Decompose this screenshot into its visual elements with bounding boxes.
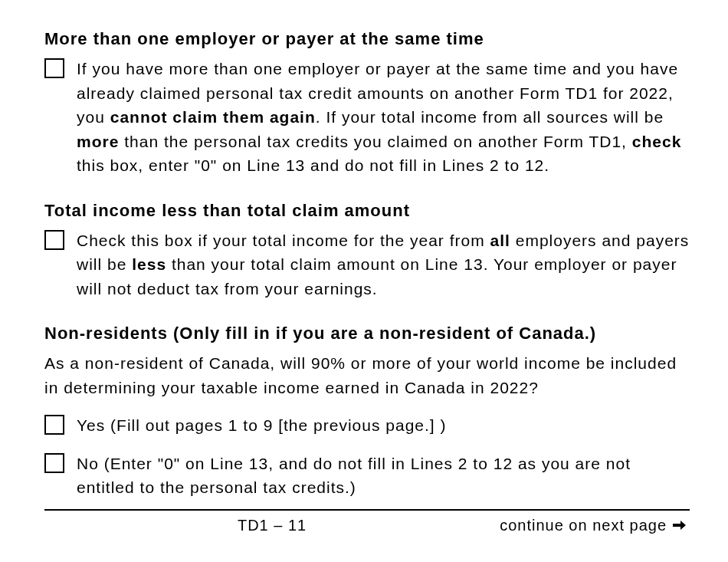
checkbox-multiple-employers[interactable] — [44, 58, 64, 78]
footer-rule — [44, 509, 690, 511]
row-total-income-less: Check this box if your total income for … — [44, 228, 690, 301]
heading-total-income-less: Total income less than total claim amoun… — [44, 201, 690, 221]
heading-non-residents: Non-residents (Only fill in if you are a… — [44, 324, 690, 343]
s2-part4: than your total claim amount on Line 13.… — [77, 255, 677, 297]
non-residents-intro: As a non-resident of Canada, will 90% or… — [44, 351, 690, 399]
text-total-income-less: Check this box if your total income for … — [77, 228, 690, 301]
checkbox-total-income-less[interactable] — [44, 230, 64, 250]
s1-part4: than the personal tax credits you claime… — [119, 133, 631, 150]
s2-part0: Check this box if your total income for … — [77, 232, 490, 249]
arrow-right-icon — [671, 518, 687, 533]
text-multiple-employers: If you have more than one employer or pa… — [77, 57, 690, 178]
row-non-resident-yes: Yes (Fill out pages 1 to 9 [the previous… — [44, 413, 690, 438]
heading-multiple-employers: More than one employer or payer at the s… — [44, 29, 690, 49]
s1-part3: more — [77, 133, 119, 150]
s1-part1: cannot claim them again — [110, 108, 316, 126]
row-multiple-employers: If you have more than one employer or pa… — [44, 57, 690, 178]
s2-part3: less — [132, 255, 166, 273]
s2-part1: all — [490, 232, 510, 249]
form-page: More than one employer or payer at the s… — [0, 0, 728, 562]
s1-part2: . If your total income from all sources … — [316, 108, 664, 126]
text-non-resident-no: No (Enter "0" on Line 13, and do not fil… — [77, 452, 690, 500]
footer: TD1 – 11 continue on next page — [44, 517, 690, 534]
s1-part6: this box, enter "0" on Line 13 and do no… — [77, 156, 549, 174]
continue-label: continue on next page — [500, 517, 667, 534]
s1-part5: check — [632, 133, 682, 150]
text-non-resident-yes: Yes (Fill out pages 1 to 9 [the previous… — [77, 413, 446, 438]
checkbox-non-resident-no[interactable] — [44, 453, 64, 473]
row-non-resident-no: No (Enter "0" on Line 13, and do not fil… — [44, 452, 690, 500]
checkbox-non-resident-yes[interactable] — [44, 415, 64, 435]
continue-next-page: continue on next page — [500, 517, 687, 534]
page-number: TD1 – 11 — [44, 517, 500, 534]
